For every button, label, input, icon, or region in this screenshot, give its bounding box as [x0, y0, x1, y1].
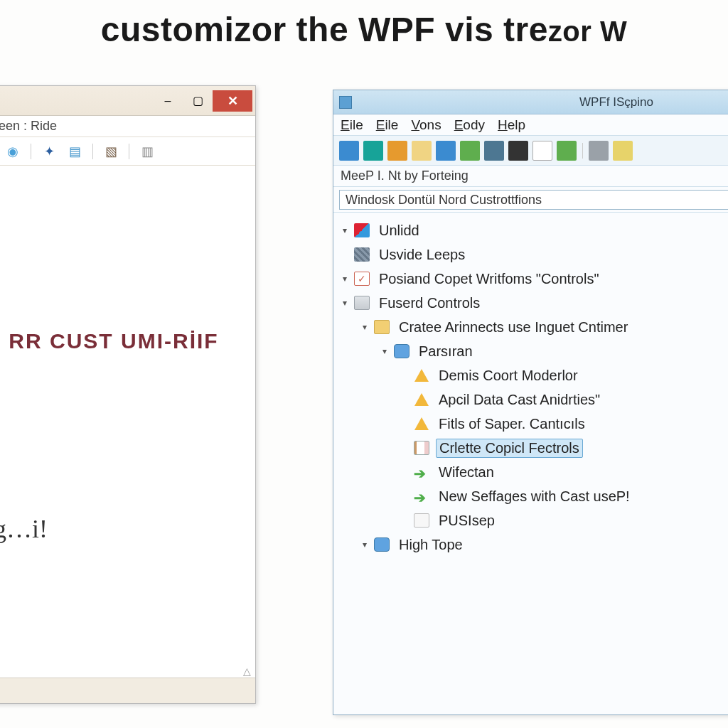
menu-eody-3[interactable]: Eody — [454, 117, 485, 133]
tree-item-5[interactable]: ▾Parsıran — [339, 339, 728, 363]
tree-item-8[interactable]: Fitls of Saper. Cantıcıls — [339, 412, 728, 436]
tree-item-4[interactable]: ▾Cratee Arinnects use Inguet Cntimer — [339, 315, 728, 339]
square-folder-icon[interactable] — [412, 141, 432, 161]
resize-grip-icon[interactable]: △ — [243, 665, 251, 677]
arrow-icon: ➔ — [413, 464, 430, 480]
right-infobar: MeeP I. Nt by Forteing — [333, 166, 728, 187]
tree-item-label: Fuserd Controls — [376, 294, 483, 312]
expander-icon[interactable]: ▾ — [339, 274, 350, 284]
tree-item-0[interactable]: ▾Unlidd — [339, 218, 728, 242]
left-window: – ▢ ✕ › Kieen : Ride ✶◉✦▤▧▥ RR CUST UMI-… — [0, 85, 256, 704]
left-statusbar: △ — [0, 678, 255, 703]
left-body-heading: RR CUST UMI-RİIF — [0, 329, 241, 353]
tree-item-label: Crlette Copicl Fectrols — [436, 439, 583, 458]
left-menubar[interactable]: › Kieen : Ride — [0, 116, 255, 137]
tree-item-label: New Seffages with Cast useP! — [436, 488, 633, 505]
tree-item-label: Usvide Leeps — [376, 246, 468, 264]
edit-icon[interactable]: ▧ — [102, 142, 120, 161]
square-gray-icon[interactable] — [589, 141, 609, 161]
toolbar-divider — [31, 144, 31, 159]
list-icon[interactable]: ▥ — [138, 142, 156, 161]
tree-item-12[interactable]: PUSIsep — [339, 508, 728, 532]
left-signature: g…i! — [0, 514, 48, 544]
menu-help-4[interactable]: Help — [498, 117, 525, 133]
tree-item-11[interactable]: ➔New Seffages with Cast useP! — [339, 484, 728, 508]
right-searchbar — [333, 187, 728, 213]
right-window-title: WPFf ISçpino — [579, 95, 653, 109]
left-client-area: RR CUST UMI-RİIF g…i! △ — [0, 166, 255, 703]
right-titlebar[interactable]: WPFf ISçpino — [333, 90, 728, 114]
page-icon — [413, 513, 430, 528]
square-white-icon[interactable] — [532, 141, 552, 161]
square-yellow-icon[interactable] — [613, 141, 633, 161]
expander-icon[interactable]: ▾ — [359, 322, 370, 332]
tree-item-label: Fitls of Saper. Cantıcıls — [436, 415, 588, 433]
tree-item-label: Posiand Copet Writfoms "Controls" — [376, 270, 602, 288]
square-dark-icon[interactable] — [508, 141, 528, 161]
puzzle-icon[interactable]: ✦ — [40, 142, 58, 161]
tree-item-13[interactable]: ▾High Tope — [339, 532, 728, 557]
right-toolbar — [333, 136, 728, 166]
doc-icon — [413, 440, 430, 456]
warn-icon — [413, 368, 430, 383]
expander-icon[interactable]: ▾ — [359, 540, 370, 550]
tree-item-label: Unlidd — [376, 222, 422, 240]
expander-icon[interactable]: ▾ — [379, 346, 390, 356]
circle-teal-icon[interactable] — [363, 141, 383, 161]
tree-item-7[interactable]: Apcil Data Cast Anidrties" — [339, 387, 728, 412]
square-green2-icon[interactable] — [557, 141, 577, 161]
tree-item-label: Wifectan — [436, 464, 497, 481]
stack-icon — [353, 295, 370, 311]
tree-item-2[interactable]: ▾✓Posiand Copet Writfoms "Controls" — [339, 267, 728, 291]
square-blue-icon[interactable] — [339, 141, 359, 161]
tree-item-3[interactable]: ▾Fuserd Controls — [339, 291, 728, 315]
menu-eile-0[interactable]: Eile — [341, 117, 363, 133]
menu-vons-2[interactable]: Vons — [411, 117, 441, 133]
toolbar-divider — [129, 144, 129, 159]
tree-item-label: High Tope — [396, 536, 466, 554]
tree-item-9[interactable]: Crlette Copicl Fectrols — [339, 436, 728, 460]
blue-icon — [373, 537, 390, 552]
tree-item-1[interactable]: Usvide Leeps — [339, 242, 728, 267]
warn-icon — [413, 392, 430, 407]
arrow-icon: ➔ — [413, 488, 430, 504]
left-titlebar[interactable]: – ▢ ✕ — [0, 86, 255, 116]
tree-item-label: Demis Coort Moderlor — [436, 367, 581, 385]
warn-icon — [413, 416, 430, 432]
tree-item-label: Apcil Data Cast Anidrties" — [436, 391, 603, 409]
menu-eile-1[interactable]: Eile — [376, 117, 399, 133]
app-icon — [339, 96, 352, 109]
square-blue2-icon[interactable] — [436, 141, 456, 161]
blue-icon — [393, 343, 410, 359]
left-toolbar: ✶◉✦▤▧▥ — [0, 137, 255, 166]
mix-icon — [353, 223, 370, 238]
search-input[interactable] — [339, 190, 728, 210]
square-green-icon[interactable] — [460, 141, 480, 161]
expander-icon[interactable]: ▾ — [339, 225, 350, 235]
check-icon: ✓ — [353, 271, 370, 287]
page-headline: customizor the WPF vis trezor W — [0, 10, 728, 49]
toolbar-divider — [582, 143, 583, 159]
card-icon[interactable]: ▤ — [65, 142, 84, 161]
right-menubar: EileEileVonsEodyHelp — [333, 114, 728, 136]
folder-icon — [373, 319, 390, 335]
minimize-button[interactable]: – — [153, 90, 183, 112]
circle-orange-icon[interactable] — [387, 141, 407, 161]
expander-icon[interactable]: ▾ — [339, 298, 350, 308]
close-button[interactable]: ✕ — [213, 90, 252, 112]
maximize-button[interactable]: ▢ — [183, 90, 213, 112]
grid-icon — [353, 247, 370, 262]
tree-view[interactable]: ▾UnliddUsvide Leeps▾✓Posiand Copet Writf… — [333, 213, 728, 562]
tree-item-10[interactable]: ➔Wifectan — [339, 460, 728, 484]
tree-item-label: PUSIsep — [436, 512, 498, 530]
pin-icon[interactable]: ◉ — [4, 142, 22, 161]
tree-item-label: Cratee Arinnects use Inguet Cntimer — [396, 318, 631, 336]
square-pic-icon[interactable] — [484, 141, 504, 161]
tree-item-label: Parsıran — [416, 343, 476, 360]
tree-item-6[interactable]: Demis Coort Moderlor — [339, 363, 728, 387]
toolbar-divider — [92, 144, 93, 159]
right-window: WPFf ISçpino EileEileVonsEodyHelp MeeP I… — [333, 90, 728, 715]
